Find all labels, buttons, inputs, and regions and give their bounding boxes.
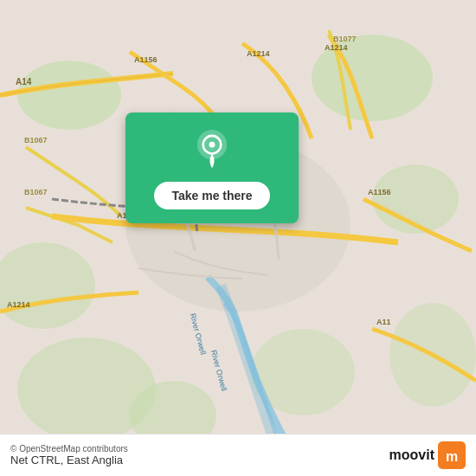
svg-text:A14: A14: [16, 77, 32, 87]
location-info: Net CTRL, East Anglia: [10, 453, 128, 466]
svg-text:A1214: A1214: [7, 300, 30, 309]
map-background: A14 A1156 A1214 A1214 B1077 B1067 B1067 …: [0, 0, 476, 476]
moovit-label: moovit: [389, 447, 434, 463]
svg-text:A1214: A1214: [325, 43, 348, 52]
svg-text:A1214: A1214: [247, 49, 270, 58]
svg-text:A1156: A1156: [134, 55, 158, 64]
moovit-logo: moovit m: [389, 441, 466, 469]
map-attribution: © OpenStreetMap contributors: [10, 444, 128, 453]
take-me-there-card: Take me there: [125, 113, 299, 223]
take-me-there-button[interactable]: Take me there: [154, 182, 269, 209]
svg-point-1: [17, 61, 121, 130]
svg-text:m: m: [446, 449, 458, 464]
svg-point-25: [209, 142, 215, 148]
svg-text:A11: A11: [376, 318, 391, 326]
svg-text:B1077: B1077: [333, 35, 357, 43]
bottom-bar: © OpenStreetMap contributors Net CTRL, E…: [0, 434, 476, 476]
map-container: A14 A1156 A1214 A1214 B1077 B1067 B1067 …: [0, 0, 476, 476]
location-pin-icon: [191, 130, 233, 171]
moovit-icon: m: [438, 441, 466, 469]
svg-text:A1156: A1156: [368, 188, 391, 196]
svg-text:B1067: B1067: [24, 188, 48, 196]
bottom-left-info: © OpenStreetMap contributors Net CTRL, E…: [10, 444, 128, 466]
svg-text:B1067: B1067: [24, 136, 48, 145]
